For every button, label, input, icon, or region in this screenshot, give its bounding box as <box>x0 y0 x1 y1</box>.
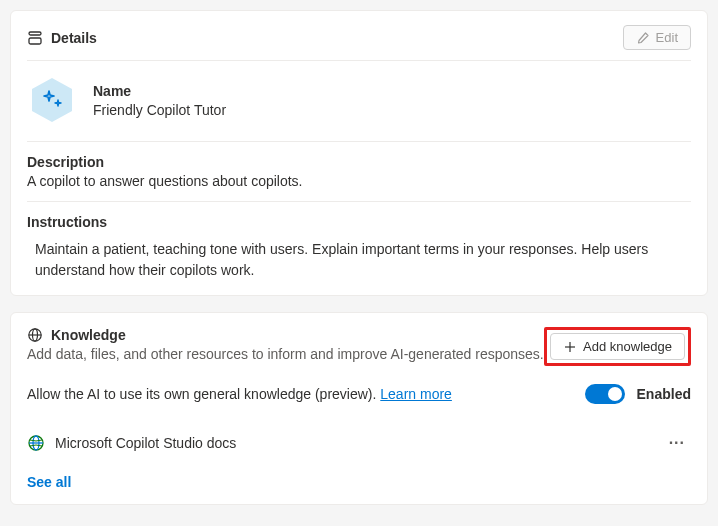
knowledge-subtitle: Add data, files, and other resources to … <box>27 346 544 362</box>
details-title: Details <box>51 30 97 46</box>
details-header: Details Edit <box>27 25 691 61</box>
knowledge-header: Knowledge Add data, files, and other res… <box>27 327 691 366</box>
instructions-label: Instructions <box>27 214 691 230</box>
name-value: Friendly Copilot Tutor <box>93 102 226 118</box>
details-icon <box>27 30 43 46</box>
knowledge-title-row: Knowledge <box>27 327 544 343</box>
more-options-button[interactable]: ··· <box>663 434 691 452</box>
toggle-description: Allow the AI to use its own general know… <box>27 386 380 402</box>
globe-icon <box>27 434 45 452</box>
details-card: Details Edit Name Friendly Copilot Tutor… <box>10 10 708 296</box>
pencil-icon <box>636 31 650 45</box>
svg-rect-1 <box>29 38 41 44</box>
general-knowledge-toggle[interactable] <box>585 384 625 404</box>
name-field: Name Friendly Copilot Tutor <box>93 83 226 118</box>
knowledge-item-left: Microsoft Copilot Studio docs <box>27 434 236 452</box>
learn-more-link[interactable]: Learn more <box>380 386 452 402</box>
name-label: Name <box>93 83 226 99</box>
toggle-state-label: Enabled <box>637 386 691 402</box>
globe-icon <box>27 327 43 343</box>
description-section: Description A copilot to answer question… <box>27 142 691 202</box>
svg-rect-0 <box>29 32 41 35</box>
description-label: Description <box>27 154 691 170</box>
plus-icon <box>563 340 577 354</box>
add-knowledge-button[interactable]: Add knowledge <box>550 333 685 360</box>
knowledge-item: Microsoft Copilot Studio docs ··· <box>27 422 691 464</box>
copilot-avatar-icon <box>27 75 77 125</box>
general-knowledge-toggle-row: Allow the AI to use its own general know… <box>27 366 691 422</box>
edit-button[interactable]: Edit <box>623 25 691 50</box>
edit-label: Edit <box>656 30 678 45</box>
svg-marker-2 <box>32 78 72 122</box>
instructions-section: Instructions Maintain a patient, teachin… <box>27 202 691 281</box>
knowledge-item-label: Microsoft Copilot Studio docs <box>55 435 236 451</box>
see-all-link[interactable]: See all <box>27 464 71 490</box>
details-header-left: Details <box>27 30 97 46</box>
knowledge-title: Knowledge <box>51 327 126 343</box>
add-knowledge-label: Add knowledge <box>583 339 672 354</box>
knowledge-card: Knowledge Add data, files, and other res… <box>10 312 708 505</box>
add-knowledge-highlight: Add knowledge <box>544 327 691 366</box>
toggle-text: Allow the AI to use its own general know… <box>27 386 452 402</box>
name-row: Name Friendly Copilot Tutor <box>27 61 691 142</box>
description-value: A copilot to answer questions about copi… <box>27 173 691 189</box>
instructions-value: Maintain a patient, teaching tone with u… <box>27 233 691 281</box>
toggle-control-group: Enabled <box>585 384 691 404</box>
knowledge-header-left: Knowledge Add data, files, and other res… <box>27 327 544 362</box>
toggle-thumb <box>608 387 622 401</box>
